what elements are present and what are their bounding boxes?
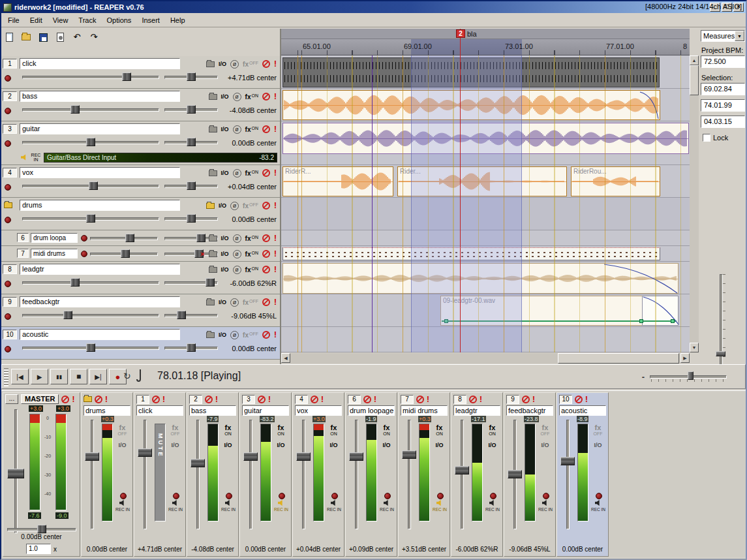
menu-options[interactable]: Options (101, 14, 136, 26)
slider-thumb[interactable] (187, 72, 196, 81)
scroll-down-arrow[interactable]: ▼ (690, 343, 699, 352)
record-arm-button[interactable] (120, 493, 127, 499)
selection-length-input[interactable]: 04.03.15 (701, 116, 745, 128)
fx-button[interactable]: fx (484, 424, 500, 431)
channel-name[interactable]: vox (295, 405, 342, 416)
pan-slider[interactable] (164, 104, 218, 114)
folder-icon[interactable] (209, 127, 217, 132)
follow-playback-icon[interactable] (136, 369, 144, 383)
folder-icon[interactable] (206, 203, 215, 209)
slider-thumb[interactable] (177, 311, 186, 319)
phase-icon[interactable]: ø (233, 169, 241, 178)
mixer-strip-bass[interactable]: 2!bass-7.9fxONI/OREC IN-4.08dB center (187, 392, 239, 557)
fader-thumb[interactable] (349, 452, 363, 461)
track-name-input[interactable]: feedbackgtr (20, 296, 180, 307)
io-button[interactable]: I/O (273, 442, 289, 448)
folder-icon[interactable] (209, 251, 217, 257)
rec-in-button[interactable]: REC IN (114, 499, 131, 512)
record-arm-button[interactable] (279, 493, 285, 499)
mute-icon[interactable] (262, 250, 270, 258)
slider-thumb[interactable] (70, 278, 80, 287)
fx-button[interactable]: fxON (245, 126, 258, 133)
zoom-out-icon[interactable]: - (642, 372, 645, 382)
io-button[interactable]: I/O (221, 235, 229, 241)
channel-name[interactable]: click (136, 405, 183, 416)
fx-bypass-icon[interactable]: × (200, 250, 204, 258)
io-button[interactable]: I/O (219, 299, 226, 305)
selection-end-input[interactable]: 74.01.99 (701, 99, 745, 112)
fader-thumb[interactable] (191, 459, 205, 467)
fader-thumb[interactable] (455, 466, 469, 474)
mixer-strip-acoustic[interactable]: 10!acoustic-8.9fxOFFI/OREC IN0.00dB cent… (556, 392, 609, 557)
rec-in-button[interactable]: REC IN (484, 499, 501, 512)
slider-thumb[interactable] (196, 234, 206, 242)
menu-track[interactable]: Track (73, 14, 101, 26)
mute-icon[interactable] (61, 396, 69, 403)
fx-button[interactable]: fx (273, 424, 289, 431)
horizontal-zoom-slider[interactable] (650, 371, 727, 382)
rec-in-button[interactable]: REC IN (273, 499, 290, 512)
io-button[interactable]: I/O (114, 442, 130, 448)
volume-fader[interactable] (453, 420, 470, 529)
slider-thumb[interactable] (70, 105, 80, 114)
record-arm-button[interactable] (5, 140, 11, 147)
slider-thumb[interactable] (86, 138, 95, 146)
arrange-content[interactable]: RiderR... Rider... RiderRou... 09-leadgt… (281, 55, 690, 352)
io-button[interactable]: I/O (484, 442, 500, 448)
slider-thumb[interactable] (125, 234, 134, 242)
track-name-input[interactable]: guitar (20, 123, 180, 134)
selection-start-input[interactable]: 69.02.84 (701, 83, 745, 95)
go-to-start-button[interactable]: |◀ (11, 369, 29, 384)
fader-thumb[interactable] (243, 452, 258, 461)
volume-fader[interactable] (189, 420, 206, 529)
record-arm-button[interactable] (490, 493, 496, 499)
track-name-input[interactable]: bass (20, 91, 180, 102)
fx-button[interactable]: fx (431, 424, 448, 431)
slider-thumb[interactable] (86, 343, 95, 352)
pan-slider[interactable] (164, 310, 218, 320)
undo-button[interactable]: ↶ (70, 31, 84, 43)
fx-button[interactable]: fxON (245, 251, 258, 258)
time-selection[interactable] (411, 55, 522, 352)
tcp-track-vox[interactable]: 4voxI/OøfxON!+0.04dB center (0, 165, 280, 198)
slider-thumb[interactable] (187, 181, 196, 190)
vertical-scroll-thumb[interactable] (690, 65, 699, 95)
track-name-input[interactable]: drums (20, 200, 180, 211)
channel-name[interactable]: drums (84, 405, 130, 416)
mixer-strip-vox[interactable]: 4!vox+3.0fxONI/OREC IN+0.04dB center (292, 392, 344, 557)
track-name-input[interactable]: midi drums (31, 249, 78, 258)
volume-slider[interactable] (22, 213, 159, 223)
tcp-track-guitar[interactable]: 3guitarI/OøfxON!0.00dB centerREC INGuita… (0, 121, 280, 165)
volume-fader[interactable] (84, 420, 100, 529)
slider-thumb[interactable] (187, 138, 196, 146)
channel-name[interactable]: drum loopage (348, 405, 395, 416)
volume-fader[interactable] (295, 420, 312, 529)
tcp-track-midi-drums[interactable]: 7midi drums×I/OøfxON! (0, 246, 280, 262)
channel-name[interactable]: guitar (242, 405, 289, 416)
go-to-end-button[interactable]: ▶| (89, 369, 107, 384)
fx-button[interactable]: fx (326, 424, 342, 431)
mute-icon[interactable] (522, 396, 530, 403)
volume-slider[interactable] (22, 277, 159, 287)
mute-icon[interactable] (262, 202, 270, 210)
fx-button[interactable]: fxOFF (243, 332, 258, 339)
io-button[interactable]: I/O (537, 442, 553, 448)
record-arm-button[interactable] (5, 184, 11, 191)
fx-button[interactable]: fxON (245, 266, 258, 273)
record-arm-button[interactable] (384, 493, 391, 499)
io-button[interactable]: I/O (219, 61, 226, 67)
timeline-ruler[interactable]: 65.01.00 69.01.00 73.01.00 77.01.00 8 2 … (281, 29, 690, 55)
pause-button[interactable]: ▮▮ (50, 369, 68, 384)
record-arm-button[interactable] (543, 493, 549, 499)
channel-name[interactable]: leadgtr (453, 405, 500, 416)
channel-name[interactable]: feedbackgtr (506, 405, 553, 416)
horizontal-scroll-thumb[interactable] (558, 353, 679, 364)
pan-slider[interactable] (164, 343, 218, 352)
slider-thumb[interactable] (187, 105, 196, 114)
stop-button[interactable]: ■ (70, 369, 87, 384)
volume-fader[interactable] (242, 420, 259, 529)
fx-button[interactable]: fx (167, 424, 183, 431)
mixer-strip-drums[interactable]: !drums+0.3fxOFFI/OREC IN0.00dB center (81, 392, 133, 557)
pan-slider[interactable] (164, 181, 218, 191)
phase-icon[interactable]: ø (230, 60, 239, 69)
